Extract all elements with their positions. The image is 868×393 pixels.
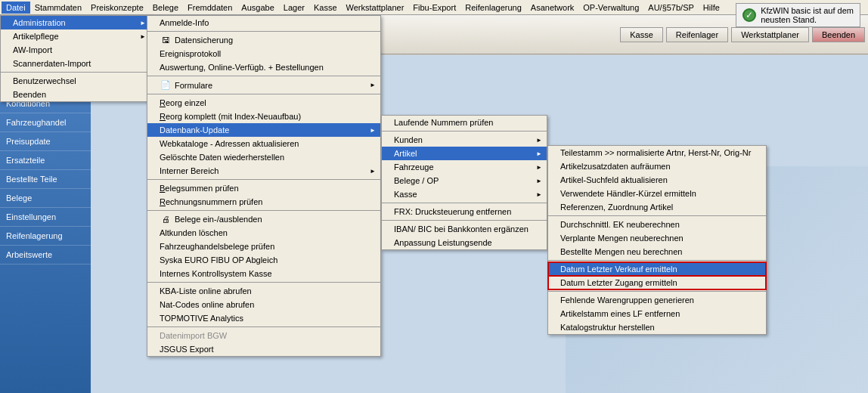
sidebar-item-arbeitswerte[interactable]: Arbeitswerte	[0, 246, 91, 265]
background-image	[566, 166, 868, 393]
menubar-item-fibuexport[interactable]: Fibu-Export	[408, 2, 460, 14]
sidebar-item-einstellungen[interactable]: Einstellungen	[0, 208, 91, 227]
sidebar-item-reifenlagerung[interactable]: Reifenlagerung	[0, 227, 91, 246]
sidebar-item-bestellteteile[interactable]: Bestellte Teile	[0, 170, 91, 189]
toolbar: Kasse Reifenlager Werkstattplaner Beende…	[0, 15, 868, 54]
menubar-item-opverwaltung[interactable]: OP-Verwaltung	[578, 2, 643, 14]
menubar-item-stammdaten[interactable]: Stammdaten	[30, 2, 86, 14]
menubar-item-fremddaten[interactable]: Fremddaten	[183, 2, 237, 14]
toolbar-kasse-btn[interactable]: Kasse	[620, 27, 663, 42]
sidebar-item-konditionen[interactable]: Konditionen	[0, 94, 91, 113]
status-info: ✓ KfzWIN basic ist auf dem neusten Stand…	[736, 3, 860, 27]
status-check-icon: ✓	[742, 8, 756, 22]
menubar-item-belege[interactable]: Belege	[148, 2, 183, 14]
toolbar-beenden-btn[interactable]: Beenden	[812, 27, 865, 42]
menubar-item-datei[interactable]: Datei	[2, 2, 30, 14]
sidebar-item-fahrzeughandel[interactable]: Fahrzeughandel	[0, 113, 91, 132]
menubar-item-kasse[interactable]: Kasse	[309, 2, 342, 14]
menubar-item-werkstattplaner[interactable]: Werkstattplaner	[342, 2, 409, 14]
menubar-item-ausgabe[interactable]: Ausgabe	[237, 2, 278, 14]
toolbar-werkstattplaner-btn[interactable]: Werkstattplaner	[731, 27, 809, 42]
menubar-item-asanetwork[interactable]: Asanetwork	[526, 2, 578, 14]
sidebar: KFZ-Schein Lieferanten Konditionen Fahrz…	[0, 55, 91, 393]
menubar-item-hilfe[interactable]: Hilfe	[699, 2, 724, 14]
sidebar-item-preisupdate[interactable]: Preisupdate	[0, 132, 91, 151]
toolbar-nav-buttons: Kasse Reifenlager Werkstattplaner Beende…	[620, 27, 865, 42]
sidebar-item-belege[interactable]: Belege	[0, 189, 91, 208]
toolbar-reifenlager-btn[interactable]: Reifenlager	[666, 27, 728, 42]
sidebar-item-ersatzteile[interactable]: Ersatzteile	[0, 151, 91, 170]
menubar-item-preiskonzepte[interactable]: Preiskonzepte	[86, 2, 148, 14]
status-text: KfzWIN basic ist auf dem neusten Stand.	[761, 6, 854, 24]
main-content	[91, 55, 868, 393]
sidebar-item-lieferanten[interactable]: Lieferanten	[0, 76, 91, 94]
menubar-item-reifenlagerung[interactable]: Reifenlagerung	[460, 2, 526, 14]
menubar-item-au57b[interactable]: AU/§57b/SP	[643, 2, 699, 14]
sidebar-item-kfzschein[interactable]: KFZ-Schein	[0, 57, 91, 76]
menubar-item-lager[interactable]: Lager	[279, 2, 309, 14]
